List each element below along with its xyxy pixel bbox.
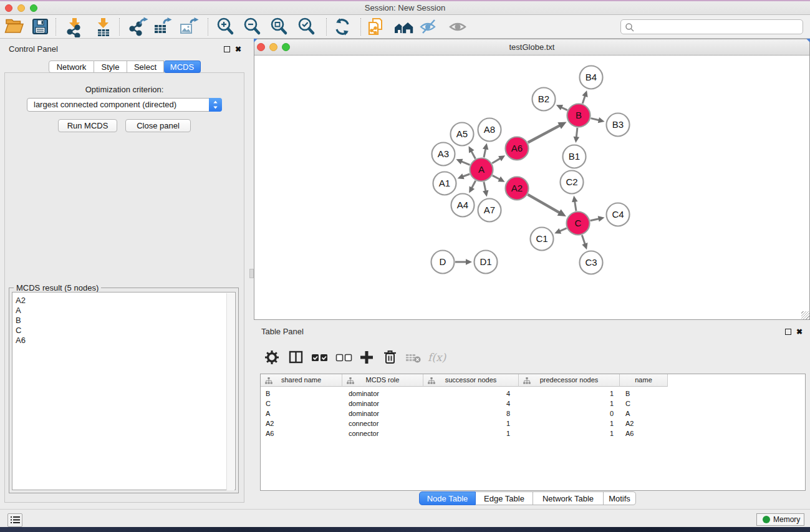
table-cell[interactable]: dominator xyxy=(342,409,423,418)
export-image-icon[interactable] xyxy=(178,16,200,37)
network-window-titlebar[interactable]: testGlobe.txt xyxy=(254,39,809,56)
zoom-out-icon[interactable] xyxy=(242,16,263,37)
optimization-criterion-select[interactable]: largest connected component (directed) xyxy=(27,98,222,112)
table-cell[interactable]: 1 xyxy=(519,428,620,438)
mcds-result-item[interactable]: A2 xyxy=(12,296,235,306)
table-cell[interactable]: dominator xyxy=(342,399,423,409)
table-cell[interactable]: A2 xyxy=(620,418,668,428)
table-cell[interactable]: B xyxy=(261,389,342,399)
table-cell[interactable]: A xyxy=(261,409,342,418)
edge-A-A5[interactable] xyxy=(471,150,475,158)
network-close-button[interactable] xyxy=(257,43,265,51)
mcds-result-item[interactable]: A xyxy=(12,306,235,316)
table-panel-float-button[interactable] xyxy=(785,329,791,335)
close-window-button[interactable] xyxy=(5,4,12,12)
run-mcds-button[interactable]: Run MCDS xyxy=(58,119,117,132)
tab-network[interactable]: Network xyxy=(49,60,94,73)
table-cell[interactable]: 1 xyxy=(423,428,519,438)
minimize-window-button[interactable] xyxy=(17,4,25,12)
zoom-window-button[interactable] xyxy=(30,4,37,12)
column-header-successor-nodes[interactable]: successor nodes xyxy=(423,374,519,387)
table-cell[interactable]: 4 xyxy=(423,389,519,399)
node-A3[interactable]: A3 xyxy=(432,143,455,166)
zoom-selected-icon[interactable] xyxy=(296,16,317,37)
task-history-button[interactable] xyxy=(7,513,22,527)
zoom-fit-icon[interactable] xyxy=(269,16,290,37)
edge-B-B1[interactable] xyxy=(576,128,577,138)
edge-A-A2[interactable] xyxy=(493,175,501,180)
node-C4[interactable]: C4 xyxy=(607,203,630,226)
table-cell[interactable]: C xyxy=(261,399,342,409)
node-B2[interactable]: B2 xyxy=(533,88,556,111)
tab-network-table[interactable]: Network Table xyxy=(533,491,604,505)
refresh-icon[interactable] xyxy=(332,16,353,37)
node-A1[interactable]: A1 xyxy=(433,172,456,195)
edge-A-A7[interactable] xyxy=(484,182,486,192)
table-cell[interactable]: dominator xyxy=(342,389,423,399)
mcds-result-list[interactable]: A2ABCA6 xyxy=(12,292,236,490)
close-panel-button[interactable]: Close panel xyxy=(125,119,191,132)
table-cell[interactable]: A6 xyxy=(261,428,342,438)
control-panel-float-button[interactable] xyxy=(224,46,230,52)
table-cell[interactable]: A6 xyxy=(620,428,668,438)
node-B4[interactable]: B4 xyxy=(580,66,603,89)
table-cell[interactable]: 1 xyxy=(519,389,620,399)
edge-C-C2[interactable] xyxy=(574,201,576,211)
tab-mcds[interactable]: MCDS xyxy=(164,60,201,73)
table-cell[interactable]: B xyxy=(620,389,668,399)
node-B3[interactable]: B3 xyxy=(607,114,630,137)
tab-edge-table[interactable]: Edge Table xyxy=(476,491,533,505)
mcds-result-item[interactable]: C xyxy=(12,326,235,336)
node-B[interactable]: B xyxy=(567,104,591,127)
node-C[interactable]: C xyxy=(567,212,590,235)
tab-motifs[interactable]: Motifs xyxy=(604,491,636,505)
node-A8[interactable]: A8 xyxy=(478,118,501,142)
tab-select[interactable]: Select xyxy=(127,60,164,73)
node-A4[interactable]: A4 xyxy=(451,194,475,217)
network-canvas[interactable]: AA1A2A3A4A5A6A7A8BB1B2B3B4CC1C2C3C4DD1 xyxy=(254,56,809,319)
memory-button[interactable]: Memory xyxy=(756,513,804,526)
hide-eye-icon[interactable] xyxy=(418,16,440,37)
new-network-from-selection-icon[interactable] xyxy=(365,16,387,37)
tab-node-table[interactable]: Node Table xyxy=(419,491,476,505)
zoom-in-icon[interactable] xyxy=(215,16,236,37)
node-A2[interactable]: A2 xyxy=(506,177,529,200)
edge-A2-C[interactable] xyxy=(528,195,560,213)
network-zoom-button[interactable] xyxy=(282,43,290,51)
export-network-icon[interactable] xyxy=(128,16,149,37)
show-column-panel-icon[interactable] xyxy=(287,348,306,367)
column-header-predecessor-nodes[interactable]: predecessor nodes xyxy=(519,374,620,387)
import-network-icon[interactable] xyxy=(64,16,85,37)
table-cell[interactable]: 4 xyxy=(423,399,519,409)
edge-A-A6[interactable] xyxy=(492,158,501,163)
table-cell[interactable]: connector xyxy=(342,418,423,428)
table-cell[interactable]: C xyxy=(620,399,668,409)
edge-C-C4[interactable] xyxy=(591,218,600,220)
node-B1[interactable]: B1 xyxy=(563,145,586,168)
node-C1[interactable]: C1 xyxy=(531,228,554,251)
table-cell[interactable]: A2 xyxy=(261,418,342,428)
node-A7[interactable]: A7 xyxy=(478,199,501,222)
import-table-icon[interactable] xyxy=(93,16,114,37)
search-input[interactable] xyxy=(620,19,803,34)
node-D1[interactable]: D1 xyxy=(475,251,498,274)
table-cell[interactable]: 1 xyxy=(519,399,620,409)
node-C3[interactable]: C3 xyxy=(580,251,603,274)
edge-A-A8[interactable] xyxy=(484,148,486,157)
home-icon[interactable] xyxy=(393,16,415,37)
edge-C-C3[interactable] xyxy=(582,235,585,245)
delete-column-icon[interactable] xyxy=(381,348,400,367)
unselect-all-columns-icon[interactable] xyxy=(335,348,354,367)
table-cell[interactable]: 0 xyxy=(519,409,620,418)
edge-B-B4[interactable] xyxy=(582,95,585,104)
select-all-columns-icon[interactable] xyxy=(311,348,329,367)
splitter-handle[interactable] xyxy=(249,269,254,278)
node-A[interactable]: A xyxy=(470,158,493,181)
network-minimize-button[interactable] xyxy=(269,43,277,51)
table-cell[interactable]: A xyxy=(620,409,668,418)
mcds-result-item[interactable]: A6 xyxy=(12,336,235,346)
edge-A-A3[interactable] xyxy=(461,161,470,165)
tab-style[interactable]: Style xyxy=(94,60,127,73)
table-panel-close-button[interactable]: ✖ xyxy=(796,327,803,336)
edge-A-A4[interactable] xyxy=(471,181,476,189)
